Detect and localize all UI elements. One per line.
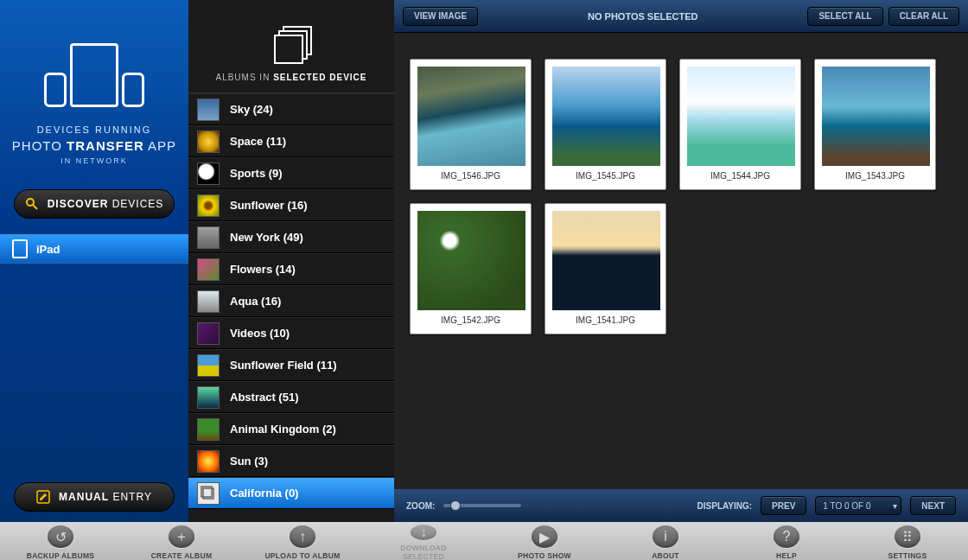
albums-header-label: ALBUMS IN SELECTED DEVICE: [188, 73, 394, 82]
photo-thumbnail[interactable]: IMG_1542.JPG: [410, 203, 532, 334]
photo-filename: IMG_1544.JPG: [687, 171, 793, 181]
backup-albums-icon: ↺: [48, 525, 73, 548]
album-thumb-icon: [197, 130, 220, 153]
footer-label: UPLOAD TO ALBUM: [264, 551, 340, 560]
album-item[interactable]: Aqua (16): [188, 285, 394, 317]
footer-help[interactable]: ?HELP: [743, 522, 830, 560]
footer-label: HELP: [776, 551, 797, 560]
zoom-slider[interactable]: [443, 504, 521, 507]
album-label: California (0): [230, 487, 298, 500]
edit-icon: [36, 490, 50, 504]
album-stack-icon: [274, 26, 309, 64]
album-item[interactable]: Sunflower (16): [188, 189, 394, 221]
discover-devices-button[interactable]: DISCOVER DEVICES: [14, 189, 175, 219]
settings-icon: ⠿: [895, 525, 920, 548]
search-icon: [25, 197, 39, 211]
toolbar-top: VIEW IMAGE NO PHOTOS SELECTED SELECT ALL…: [394, 0, 968, 33]
album-label: Space (11): [230, 135, 286, 148]
album-item[interactable]: Sunflower Field (11): [188, 349, 394, 381]
album-item[interactable]: Sky (24): [188, 93, 394, 125]
footer-label: CREATE ALBUM: [151, 551, 213, 560]
footer-label: ABOUT: [652, 551, 679, 560]
upload-to-album-icon: ↑: [290, 525, 315, 548]
selection-status: NO PHOTOS SELECTED: [483, 11, 802, 22]
in-network-label: IN NETWORK: [12, 156, 176, 165]
album-item[interactable]: New York (49): [188, 221, 394, 253]
devices-hero-icon: [44, 43, 144, 107]
manual-entry-button[interactable]: MANUAL ENTRY: [14, 482, 175, 512]
photo-image: [417, 67, 525, 166]
photo-filename: IMG_1543.JPG: [822, 171, 928, 181]
album-label: Aqua (16): [230, 295, 281, 308]
device-label: iPad: [36, 243, 60, 256]
footer-label: SETTINGS: [888, 551, 927, 560]
album-label: Sunflower Field (11): [230, 359, 337, 372]
album-item[interactable]: Sun (3): [188, 445, 394, 477]
photo-thumbnail[interactable]: IMG_1543.JPG: [814, 59, 936, 190]
tablet-icon: [12, 239, 28, 258]
running-label: DEVICES RUNNING: [12, 124, 176, 135]
album-thumb-icon: [197, 386, 220, 409]
photo-image: [822, 67, 930, 166]
photo-thumbnail[interactable]: IMG_1541.JPG: [544, 203, 666, 334]
album-item[interactable]: Abstract (51): [188, 381, 394, 413]
album-thumb-icon: [197, 450, 220, 473]
album-item[interactable]: Space (11): [188, 125, 394, 157]
album-label: Abstract (51): [230, 391, 298, 404]
view-image-button[interactable]: VIEW IMAGE: [403, 7, 478, 26]
sidebar: DEVICES RUNNING PHOTO TRANSFER APP IN NE…: [0, 0, 188, 522]
device-ipad[interactable]: iPad: [0, 234, 188, 264]
photo-image: [417, 211, 525, 310]
photo-image: [687, 67, 795, 166]
photo-filename: IMG_1542.JPG: [417, 315, 524, 325]
album-label: Sun (3): [230, 455, 268, 468]
svg-point-0: [27, 199, 34, 206]
footer-toolbar: ↺BACKUP ALBUMS＋CREATE ALBUM↑UPLOAD TO AL…: [0, 522, 968, 560]
footer-settings[interactable]: ⠿SETTINGS: [864, 522, 951, 560]
album-thumb-icon: [197, 482, 220, 505]
album-item[interactable]: Sports (9): [188, 157, 394, 189]
album-item[interactable]: Videos (10): [188, 317, 394, 349]
footer-create-album[interactable]: ＋CREATE ALBUM: [138, 522, 225, 560]
footer-upload-to-album[interactable]: ↑UPLOAD TO ALBUM: [259, 522, 346, 560]
album-thumb-icon: [197, 99, 220, 121]
footer-label: BACKUP ALBUMS: [27, 551, 95, 560]
hero-text: DEVICES RUNNING PHOTO TRANSFER APP IN NE…: [12, 124, 176, 165]
footer-label: PHOTO SHOW: [518, 551, 571, 560]
toolbar-bottom: ZOOM: DISPLAYING: PREV 1 TO 0 OF 0 NEXT: [394, 489, 968, 522]
album-label: Sky (24): [230, 103, 273, 116]
zoom-label: ZOOM:: [406, 501, 435, 511]
svg-line-1: [33, 205, 37, 209]
main-panel: VIEW IMAGE NO PHOTOS SELECTED SELECT ALL…: [394, 0, 968, 522]
album-thumb-icon: [197, 354, 220, 377]
photo-filename: IMG_1541.JPG: [552, 315, 659, 325]
photo-filename: IMG_1546.JPG: [417, 171, 524, 181]
photo-thumbnail[interactable]: IMG_1545.JPG: [544, 59, 666, 190]
album-thumb-icon: [197, 162, 220, 185]
select-all-button[interactable]: SELECT ALL: [807, 7, 882, 26]
photo-image: [552, 211, 660, 310]
album-item[interactable]: California (0): [188, 477, 394, 509]
album-thumb-icon: [197, 258, 220, 281]
footer-label: DOWNLOAD SELECTED: [380, 544, 467, 560]
album-label: Animal Kingdom (2): [230, 423, 336, 436]
album-item[interactable]: Flowers (14): [188, 253, 394, 285]
clear-all-button[interactable]: CLEAR ALL: [888, 7, 959, 26]
album-item[interactable]: Animal Kingdom (2): [188, 413, 394, 445]
download-selected-icon: ↓: [411, 525, 436, 540]
photo-thumbnail[interactable]: IMG_1546.JPG: [410, 59, 532, 190]
album-label: Flowers (14): [230, 263, 296, 276]
footer-download-selected: ↓DOWNLOAD SELECTED: [380, 522, 467, 560]
footer-photo-show[interactable]: ▶PHOTO SHOW: [501, 522, 588, 560]
prev-button[interactable]: PREV: [761, 496, 806, 515]
album-list[interactable]: Sky (24)Space (11)Sports (9)Sunflower (1…: [188, 92, 394, 522]
album-label: Sunflower (16): [230, 199, 308, 212]
footer-backup-albums[interactable]: ↺BACKUP ALBUMS: [17, 522, 104, 560]
photo-show-icon: ▶: [532, 525, 557, 548]
album-thumb-icon: [197, 226, 220, 249]
footer-about[interactable]: iABOUT: [622, 522, 709, 560]
photo-thumbnail[interactable]: IMG_1544.JPG: [679, 59, 801, 190]
page-select[interactable]: 1 TO 0 OF 0: [815, 496, 901, 515]
album-thumb-icon: [197, 194, 220, 217]
next-button[interactable]: NEXT: [910, 496, 956, 515]
